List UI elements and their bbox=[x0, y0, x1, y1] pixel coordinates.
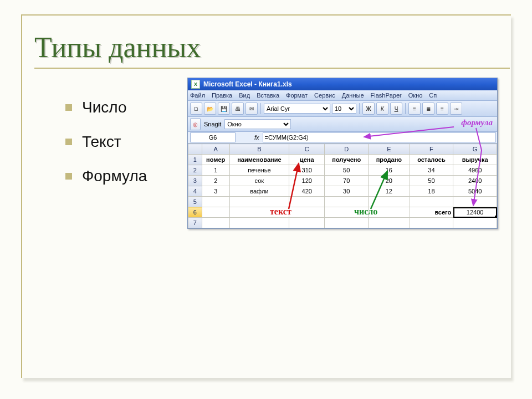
row-head-3[interactable]: 3 bbox=[188, 176, 202, 186]
col-head-D[interactable]: D bbox=[325, 144, 369, 155]
slide-title: Типы данных bbox=[34, 31, 201, 64]
cell[interactable] bbox=[325, 207, 369, 218]
cell[interactable]: 16 bbox=[369, 165, 410, 176]
cell[interactable] bbox=[410, 218, 453, 228]
menu-view[interactable]: Вид bbox=[239, 92, 250, 99]
cell[interactable] bbox=[289, 218, 325, 228]
row-head-5[interactable]: 5 bbox=[188, 197, 202, 207]
cell[interactable]: номер bbox=[202, 155, 229, 165]
row-head-7[interactable]: 7 bbox=[188, 218, 202, 228]
print-icon[interactable]: 🖶 bbox=[232, 103, 244, 115]
fx-icon[interactable]: fx bbox=[254, 134, 259, 141]
col-head-G[interactable]: G bbox=[453, 144, 497, 155]
cell[interactable] bbox=[325, 197, 369, 207]
col-header-row: A B C D E F G bbox=[188, 144, 497, 155]
menu-edit[interactable]: Правка bbox=[212, 92, 232, 99]
cell[interactable]: продано bbox=[369, 155, 410, 165]
col-head-A[interactable]: A bbox=[202, 144, 229, 155]
row-head-4[interactable]: 4 bbox=[188, 186, 202, 197]
cell[interactable]: 4960 bbox=[453, 165, 497, 176]
align-right-icon[interactable]: ≡ bbox=[436, 103, 448, 115]
open-icon[interactable]: 📂 bbox=[204, 103, 216, 115]
cell[interactable] bbox=[229, 207, 289, 218]
cell[interactable] bbox=[202, 218, 229, 228]
cell[interactable]: 420 bbox=[289, 186, 325, 197]
col-head-E[interactable]: E bbox=[369, 144, 410, 155]
cell[interactable]: 18 bbox=[410, 186, 453, 197]
cell[interactable]: цена bbox=[289, 155, 325, 165]
cell[interactable] bbox=[410, 197, 453, 207]
cell[interactable] bbox=[202, 197, 229, 207]
cell[interactable]: 50 bbox=[325, 165, 369, 176]
cell[interactable]: 70 bbox=[325, 176, 369, 186]
cell[interactable] bbox=[325, 218, 369, 228]
menu-insert[interactable]: Вставка bbox=[257, 92, 279, 99]
select-all-corner[interactable] bbox=[188, 144, 202, 155]
cell-total-value[interactable]: 12400 bbox=[453, 207, 497, 218]
menu-help[interactable]: Сп bbox=[429, 92, 437, 99]
spreadsheet-grid[interactable]: A B C D E F G 1 номер наименование цена … bbox=[188, 144, 497, 228]
cell[interactable]: 120 bbox=[289, 176, 325, 186]
formula-input[interactable]: =СУММ(G2:G4) bbox=[263, 132, 496, 142]
cell[interactable]: 2400 bbox=[453, 176, 497, 186]
cell[interactable]: печенье bbox=[229, 165, 289, 176]
table-row: 6 всего 12400 bbox=[188, 207, 497, 218]
save-icon[interactable]: 💾 bbox=[218, 103, 230, 115]
font-name-select[interactable]: Arial Cyr bbox=[264, 104, 330, 114]
row-head-1[interactable]: 1 bbox=[188, 155, 202, 165]
row-head-2[interactable]: 2 bbox=[188, 165, 202, 176]
cell[interactable] bbox=[289, 197, 325, 207]
row-head-6[interactable]: 6 bbox=[188, 207, 202, 218]
italic-icon[interactable]: К bbox=[376, 103, 388, 115]
menu-data[interactable]: Данные bbox=[342, 92, 364, 99]
cell[interactable] bbox=[369, 207, 410, 218]
col-head-C[interactable]: C bbox=[289, 144, 325, 155]
font-size-select[interactable]: 10 bbox=[332, 104, 356, 114]
cell[interactable] bbox=[202, 207, 229, 218]
cell[interactable]: выручка bbox=[453, 155, 497, 165]
cell[interactable] bbox=[453, 197, 497, 207]
name-box[interactable]: G6 bbox=[190, 132, 236, 142]
cell[interactable] bbox=[369, 218, 410, 228]
cell[interactable] bbox=[289, 207, 325, 218]
cell[interactable]: сок bbox=[229, 176, 289, 186]
cell[interactable] bbox=[369, 197, 410, 207]
col-head-F[interactable]: F bbox=[410, 144, 453, 155]
cell[interactable]: осталось bbox=[410, 155, 453, 165]
menu-tools[interactable]: Сервис bbox=[314, 92, 335, 99]
cell[interactable]: 50 bbox=[410, 176, 453, 186]
cell[interactable]: 20 bbox=[369, 176, 410, 186]
menu-window[interactable]: Окно bbox=[408, 92, 423, 99]
underline-icon[interactable]: Ч bbox=[390, 103, 402, 115]
titlebar: X Microsoft Excel - Книга1.xls bbox=[188, 78, 497, 90]
cell[interactable]: 34 bbox=[410, 165, 453, 176]
menubar[interactable]: Файл Правка Вид Вставка Формат Сервис Да… bbox=[188, 90, 497, 101]
menu-format[interactable]: Формат bbox=[286, 92, 308, 99]
cell[interactable]: 5040 bbox=[453, 186, 497, 197]
cell[interactable] bbox=[453, 218, 497, 228]
snagit-icon[interactable]: ◎ bbox=[190, 118, 201, 130]
align-left-icon[interactable]: ≡ bbox=[408, 103, 421, 115]
cell[interactable] bbox=[229, 218, 289, 228]
new-icon[interactable]: 🗋 bbox=[190, 103, 202, 115]
cell[interactable]: 2 bbox=[202, 176, 229, 186]
menu-flashpaper[interactable]: FlashPaper bbox=[371, 92, 402, 99]
menu-file[interactable]: Файл bbox=[190, 92, 205, 99]
merge-icon[interactable]: ⇥ bbox=[450, 103, 462, 115]
cell[interactable]: получено bbox=[325, 155, 369, 165]
permission-icon[interactable]: ✉ bbox=[245, 103, 258, 115]
cell[interactable] bbox=[229, 197, 289, 207]
cell[interactable]: наименование bbox=[229, 155, 289, 165]
cell[interactable]: 30 bbox=[325, 186, 369, 197]
bold-icon[interactable]: Ж bbox=[362, 103, 375, 115]
align-center-icon[interactable]: ≣ bbox=[422, 103, 434, 115]
cell[interactable]: 310 bbox=[289, 165, 325, 176]
col-head-B[interactable]: B bbox=[229, 144, 289, 155]
cell[interactable]: 3 bbox=[202, 186, 229, 197]
cell-total-label[interactable]: всего bbox=[410, 207, 453, 218]
cell[interactable]: 1 bbox=[202, 165, 229, 176]
toolbar-sep bbox=[359, 103, 360, 114]
snagit-window-select[interactable]: Окно bbox=[224, 119, 291, 129]
cell[interactable]: 12 bbox=[369, 186, 410, 197]
cell[interactable]: вафли bbox=[229, 186, 289, 197]
